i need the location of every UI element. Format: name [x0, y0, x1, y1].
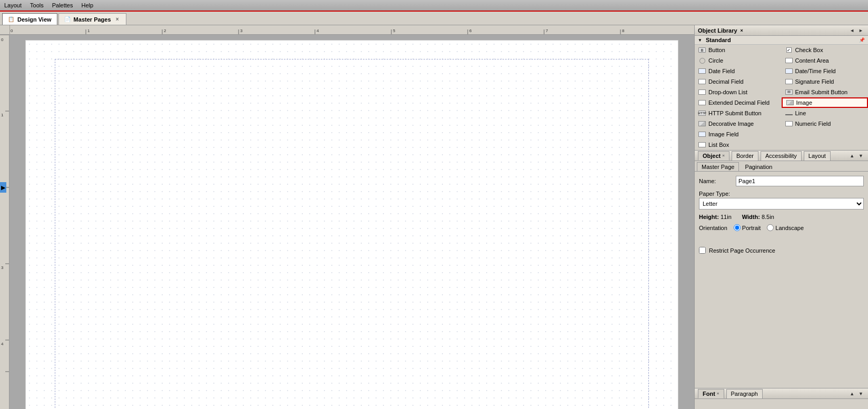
paper-type-label: Paper Type:: [699, 191, 864, 197]
button-icon: B: [698, 47, 706, 53]
width-value-text: 8.5in: [762, 214, 774, 220]
obj-circle[interactable]: Circle: [695, 55, 782, 66]
canvas-area: 0 1 2 3 4 5 6 7 8: [0, 25, 694, 409]
prop-tab-layout-label: Layout: [808, 153, 826, 159]
prop-tab-object-close[interactable]: ×: [722, 153, 725, 158]
paper-type-select[interactable]: Letter A4 Legal Custom: [699, 198, 864, 210]
restrict-row: Restrict Page Occurrence: [699, 247, 864, 254]
prop-content: Name: Paper Type: Letter A4 Legal Custom: [695, 172, 868, 388]
obj-datetime-field[interactable]: Date/Time Field: [782, 66, 869, 76]
page[interactable]: [25, 40, 678, 409]
tab-master-pages-close[interactable]: ×: [114, 16, 121, 23]
tab-design-view-icon: 📋: [8, 16, 14, 22]
obj-content-area[interactable]: Content Area: [782, 55, 869, 66]
height-value-text: 11in: [721, 214, 732, 220]
svg-text:1: 1: [87, 28, 90, 33]
decimal-field-icon: [698, 78, 706, 85]
obj-line[interactable]: Line: [782, 108, 869, 118]
standard-section-label: Standard: [706, 37, 731, 43]
obj-line-label: Line: [795, 110, 806, 116]
width-dim: Width: 8.5in: [742, 214, 774, 220]
font-tab[interactable]: Font ×: [698, 389, 724, 398]
prop-subtabs: Master Page Pagination: [695, 161, 868, 172]
height-dim: Height: 11in: [699, 214, 732, 220]
left-ruler: ▶ 0 1 2 3 4: [0, 35, 9, 409]
numeric-field-icon: [785, 121, 793, 127]
prop-tab-object[interactable]: Object ×: [698, 151, 729, 161]
portrait-label: Portrait: [742, 225, 761, 231]
font-panel-titlebar: Font × Paragraph ▲ ▼: [695, 388, 868, 399]
standard-section-pin[interactable]: 📌: [859, 37, 865, 43]
tab-design-view[interactable]: 📋 Design View: [2, 13, 57, 25]
font-tab-close[interactable]: ×: [717, 391, 719, 396]
menu-layout[interactable]: Layout: [4, 2, 22, 8]
obj-lib-scroll-right[interactable]: ►: [857, 27, 865, 34]
svg-text:3: 3: [240, 28, 243, 33]
orientation-row: Orientation Portrait Landscape: [699, 224, 864, 231]
obj-http-submit-label: HTTP Submit Button: [708, 110, 762, 116]
svg-text:6: 6: [469, 28, 472, 33]
top-ruler: 0 1 2 3 4 5 6 7 8: [0, 25, 694, 35]
obj-dropdown-list[interactable]: Drop-down List: [695, 87, 782, 97]
menu-help[interactable]: Help: [81, 2, 93, 8]
extended-decimal-icon: [698, 99, 706, 106]
prop-tab-border[interactable]: Border: [732, 151, 758, 161]
obj-decorative-image[interactable]: Decorative Image: [695, 118, 782, 129]
tab-master-pages[interactable]: 📄 Master Pages ×: [58, 13, 126, 25]
obj-date-field[interactable]: Date Field: [695, 66, 782, 76]
obj-lib-scroll-left[interactable]: ◄: [848, 27, 856, 34]
obj-numeric-field[interactable]: Numeric Field: [782, 118, 869, 129]
obj-signature-field[interactable]: Signature Field: [782, 76, 869, 87]
height-label: Height:: [699, 214, 719, 220]
obj-http-submit[interactable]: HTTP HTTP Submit Button: [695, 108, 782, 118]
obj-decorative-image-label: Decorative Image: [708, 121, 754, 127]
svg-text:8: 8: [622, 28, 625, 33]
prop-subtab-master-page[interactable]: Master Page: [697, 162, 739, 171]
prop-scroll-down[interactable]: ▼: [857, 153, 865, 159]
design-canvas[interactable]: [9, 35, 694, 409]
left-bookmark[interactable]: ▶: [0, 182, 6, 193]
obj-datetime-field-label: Date/Time Field: [795, 68, 836, 74]
font-scroll-up[interactable]: ▲: [848, 391, 856, 397]
object-library-close-x[interactable]: ×: [741, 28, 743, 33]
obj-list-box[interactable]: List Box: [695, 139, 782, 150]
prop-scroll-up[interactable]: ▲: [848, 153, 856, 159]
svg-text:4: 4: [1, 342, 4, 346]
standard-dropdown-arrow: ▼: [698, 38, 702, 43]
prop-tab-accessibility-label: Accessibility: [765, 153, 797, 159]
name-input[interactable]: [736, 176, 864, 186]
obj-content-area-label: Content Area: [795, 57, 829, 64]
obj-email-submit-label: Email Submit Button: [795, 89, 848, 95]
menu-palettes[interactable]: Palettes: [52, 2, 73, 8]
orientation-landscape-radio[interactable]: [767, 224, 774, 231]
width-label: Width:: [742, 214, 760, 220]
menu-tools[interactable]: Tools: [30, 2, 44, 8]
obj-email-submit[interactable]: ✉ Email Submit Button: [782, 87, 869, 97]
orientation-portrait-radio[interactable]: [734, 224, 741, 231]
obj-signature-field-label: Signature Field: [795, 78, 834, 85]
http-submit-icon: HTTP: [698, 110, 706, 116]
tab-bar: 📋 Design View 📄 Master Pages ×: [0, 12, 868, 25]
obj-button[interactable]: B Button: [695, 45, 782, 55]
canvas-scroll: ▶ 0 1 2 3 4: [0, 35, 694, 409]
font-scroll-down[interactable]: ▼: [857, 391, 865, 397]
orientation-landscape-option[interactable]: Landscape: [767, 224, 804, 231]
orientation-portrait-option[interactable]: Portrait: [734, 224, 761, 231]
obj-decimal-field[interactable]: Decimal Field: [695, 76, 782, 87]
line-icon: [785, 110, 793, 116]
restrict-checkbox[interactable]: [699, 247, 706, 254]
paragraph-tab[interactable]: Paragraph: [726, 389, 763, 398]
obj-extended-decimal[interactable]: Extended Decimal Field: [695, 97, 782, 108]
tab-master-pages-icon: 📄: [64, 16, 71, 22]
paper-type-row: Paper Type: Letter A4 Legal Custom: [699, 191, 864, 210]
datetime-field-icon: [785, 68, 793, 74]
object-library-titlebar: Object Library × ◄ ►: [695, 25, 868, 36]
obj-check-box[interactable]: ✓ Check Box: [782, 45, 869, 55]
prop-tab-accessibility[interactable]: Accessibility: [761, 151, 802, 161]
prop-subtab-pagination[interactable]: Pagination: [740, 162, 777, 171]
paragraph-tab-label: Paragraph: [731, 391, 758, 397]
obj-image[interactable]: Image: [782, 97, 869, 108]
ruler-svg-left: 0 1 2 3 4: [0, 35, 9, 409]
obj-image-field[interactable]: Image Field: [695, 129, 782, 139]
prop-tab-layout[interactable]: Layout: [804, 151, 831, 161]
